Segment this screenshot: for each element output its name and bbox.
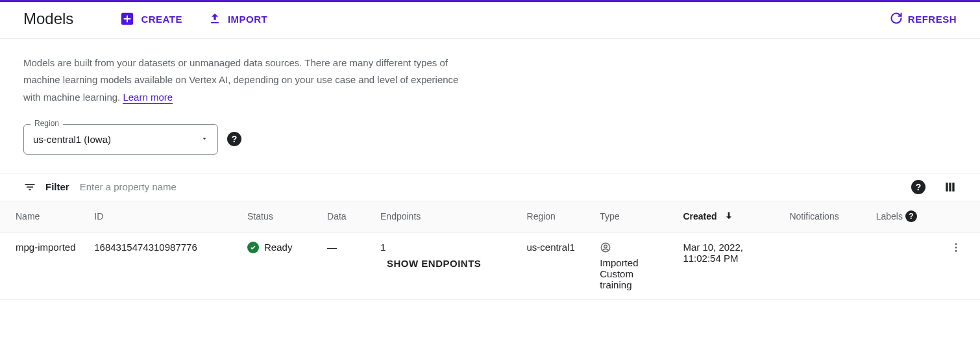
chevron-down-icon <box>201 134 208 145</box>
body-section: Models are built from your datasets or u… <box>0 39 980 160</box>
column-display-icon[interactable] <box>944 181 957 194</box>
svg-point-5 <box>604 245 607 248</box>
region-row: Region us-central1 (Iowa) ? <box>23 124 957 155</box>
models-table: Name ID Status Data Endpoints Region Typ… <box>0 201 980 300</box>
cell-labels <box>868 232 942 299</box>
svg-point-8 <box>955 250 957 252</box>
create-label: CREATE <box>141 14 182 25</box>
status-text: Ready <box>264 242 292 253</box>
cell-endpoints: 1 SHOW ENDPOINTS <box>373 232 519 299</box>
table-header-row: Name ID Status Data Endpoints Region Typ… <box>0 201 980 233</box>
table-row[interactable]: mpg-imported 1684315474310987776 Ready —… <box>0 232 980 299</box>
upload-icon <box>208 12 221 25</box>
plus-box-icon <box>120 12 134 26</box>
create-button[interactable]: CREATE <box>120 12 182 26</box>
col-name[interactable]: Name <box>0 201 86 233</box>
status-ready-icon <box>247 242 259 253</box>
col-notifications[interactable]: Notifications <box>781 201 868 233</box>
col-type[interactable]: Type <box>592 201 675 233</box>
svg-rect-1 <box>946 183 948 191</box>
refresh-label: REFRESH <box>908 14 957 25</box>
col-labels-label: Labels <box>876 211 903 221</box>
refresh-button[interactable]: REFRESH <box>890 12 957 27</box>
region-field-label: Region <box>31 119 63 128</box>
learn-more-link[interactable]: Learn more <box>123 92 173 104</box>
svg-rect-3 <box>952 183 954 191</box>
col-created-label: Created <box>683 211 717 221</box>
region-help-icon[interactable]: ? <box>227 132 241 146</box>
filter-label: Filter <box>45 181 69 192</box>
sort-descending-icon <box>724 210 734 223</box>
cell-created: Mar 10, 2022, 11:02:54 PM <box>675 232 781 299</box>
description-text: Models are built from your datasets or u… <box>23 57 458 103</box>
cell-region: us-central1 <box>519 232 593 299</box>
type-text: Imported Custom training <box>600 257 658 290</box>
show-endpoints-button[interactable]: SHOW ENDPOINTS <box>380 258 481 269</box>
more-actions-button[interactable] <box>950 242 962 253</box>
cell-actions <box>941 232 980 299</box>
col-endpoints[interactable]: Endpoints <box>373 201 519 233</box>
filter-icon <box>23 181 36 194</box>
cell-type: Imported Custom training <box>592 232 675 299</box>
import-label: IMPORT <box>228 14 267 25</box>
refresh-icon <box>890 12 903 27</box>
page-description: Models are built from your datasets or u… <box>23 55 478 106</box>
cell-status: Ready <box>239 232 319 299</box>
region-value: us-central1 (Iowa) <box>33 134 111 145</box>
cell-notifications <box>781 232 868 299</box>
cell-data: — <box>319 232 373 299</box>
endpoints-count: 1 <box>380 242 511 253</box>
page-title: Models <box>23 10 73 28</box>
filter-help-icon[interactable]: ? <box>911 180 925 194</box>
col-status[interactable]: Status <box>239 201 319 233</box>
import-button[interactable]: IMPORT <box>208 12 267 25</box>
svg-point-7 <box>955 246 957 248</box>
col-id[interactable]: ID <box>86 201 239 233</box>
cell-id: 1684315474310987776 <box>86 232 239 299</box>
svg-point-6 <box>955 243 957 245</box>
col-actions <box>941 201 980 233</box>
header-actions: CREATE IMPORT <box>120 12 267 26</box>
region-select[interactable]: Region us-central1 (Iowa) <box>23 124 218 155</box>
col-region[interactable]: Region <box>519 201 593 233</box>
cell-name: mpg-imported <box>0 232 86 299</box>
labels-help-icon[interactable]: ? <box>905 210 917 222</box>
svg-rect-2 <box>949 183 951 191</box>
user-circle-icon <box>600 242 611 253</box>
page-header: Models CREATE IMPORT REFRESH <box>0 2 980 39</box>
filter-bar: Filter ? <box>0 173 980 201</box>
col-data[interactable]: Data <box>319 201 373 233</box>
filter-input[interactable] <box>79 181 338 193</box>
col-labels[interactable]: Labels ? <box>868 201 942 233</box>
col-created[interactable]: Created <box>675 201 781 233</box>
